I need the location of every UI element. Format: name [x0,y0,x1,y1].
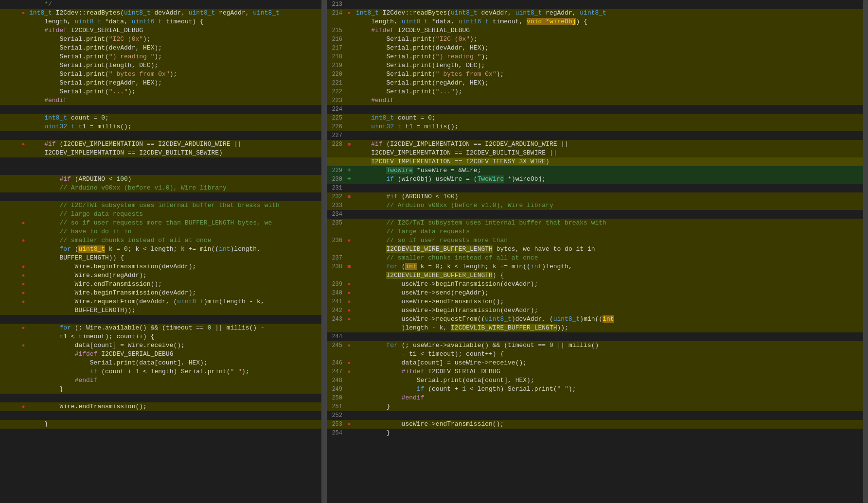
table-row: // have to do it in [0,227,326,236]
table-row: #endif [0,96,326,105]
table-row: 238 ■ for (int k = 0; k < length; k += m… [327,262,868,271]
table-row: 246 ● data[count] = useWire->receive(); [327,359,868,367]
table-row: // large data requests [327,227,868,236]
table-row: 226 uint32_t t1 = millis(); [327,122,868,131]
table-row: 234 [327,210,868,219]
table-row [0,131,326,140]
table-row: 252 [327,411,868,420]
table-row: 236 ● // so if user requests more than [327,236,868,245]
table-row: // large data requests [0,210,326,219]
table-row: 231 [327,184,868,192]
table-row: I2CDEV_IMPLEMENTATION == I2CDEV_BUILTIN_… [327,149,868,157]
table-row: 235 // I2C/TWI subsystem uses internal b… [327,219,868,227]
table-row: BUFFER_LENGTH)) { [0,254,326,262]
table-row: 249 if (count + 1 < length) Serial.print… [327,385,868,394]
left-scrollbar[interactable] [321,0,326,503]
table-row: 250 #endif [327,394,868,402]
table-row: // I2C/TWI subsystem uses internal buffe… [0,201,326,210]
table-row [0,315,326,324]
table-row: // Arduino v00xx (before v1.0), Wire lib… [0,184,326,192]
table-row: 247 ● #ifdef I2CDEV_SERIAL_DEBUG [327,367,868,376]
table-row: 245 ● for (; useWire->available() && (ti… [327,341,868,350]
right-scrollbar-thumb[interactable] [863,0,868,503]
table-row: 218 Serial.print(") reading "); [327,52,868,61]
table-row: 241 ● useWire->endTransmission(); [327,297,868,306]
table-row: I2CDEV_IMPLEMENTATION == I2CDEV_TEENSY_3… [327,157,868,166]
table-row: 244 [327,332,868,341]
table-row: 253 ● useWire->endTransmission(); [327,420,868,429]
table-row: 228 ■ #if (I2CDEV_IMPLEMENTATION == I2CD… [327,140,868,149]
table-row: 213 [327,0,868,9]
table-row: I2CDEVLIB_WIRE_BUFFER_LENGTH) { [327,271,868,280]
table-row: Serial.print("..."); [0,87,326,96]
table-row: 232 ■ #if (ARDUINO < 100) [327,192,868,201]
table-row [0,166,326,175]
table-row: 215 #ifdef I2CDEV_SERIAL_DEBUG [327,26,868,35]
right-code-lines: 213 214 ● int8_t I2Cdev::readBytes(uint8… [327,0,868,437]
table-row: I2CDEV_IMPLEMENTATION == I2CDEV_BUILTIN_… [0,149,326,157]
table-row: Serial.print(devAddr, HEX); [0,44,326,52]
table-row: BUFFER_LENGTH)); [0,306,326,315]
table-row: ● Wire.send(regAddr); [0,271,326,280]
table-row: 254 } [327,429,868,437]
table-row [0,105,326,114]
table-row: 230 + if (wireObj) useWire = (TwoWire *)… [327,175,868,184]
table-row: Serial.print(" bytes from 0x"); [0,70,326,79]
table-row: #endif [0,376,326,385]
table-row: 240 ● useWire->send(regAddr); [327,289,868,297]
table-row: 237 // smaller chunks instead of all at … [327,254,868,262]
table-row: ● int8_t I2Cdev::readBytes(uint8_t devAd… [0,9,326,17]
table-row [0,192,326,201]
table-row: 233 // Arduino v00xx (before v1.0), Wire… [327,201,868,210]
editor-container: */ ● int8_t I2Cdev::readBytes(uint8_t de… [0,0,868,503]
table-row: length, uint8_t *data, uint16_t timeout,… [327,17,868,26]
table-row: 222 Serial.print("..."); [327,87,868,96]
table-row: } [0,420,326,429]
table-row: uint32_t t1 = millis(); [0,122,326,131]
table-row: Serial.print("I2C (0x"); [0,35,326,44]
table-row [0,157,326,166]
table-row: ● Wire.endTransmission(); [0,280,326,289]
table-row: 216 Serial.print("I2C (0x"); [327,35,868,44]
table-row: 248 Serial.print(data[count], HEX); [327,376,868,385]
table-row: #if (ARDUINO < 100) [0,175,326,184]
table-row: ● Wire.beginTransmission(devAddr); [0,289,326,297]
table-row: 224 [327,105,868,114]
table-row: 219 Serial.print(length, DEC); [327,61,868,70]
table-row: ● // so if user requests more than BUFFE… [0,219,326,227]
table-row: for (uint8_t k = 0; k < length; k += min… [0,245,326,254]
table-row: if (count + 1 < length) Serial.print(" "… [0,367,326,376]
left-code-area[interactable]: */ ● int8_t I2Cdev::readBytes(uint8_t de… [0,0,326,503]
table-row: ● for (; Wire.available() && (timeout ==… [0,324,326,332]
table-row: 220 Serial.print(" bytes from 0x"); [327,70,868,79]
left-code-lines: */ ● int8_t I2Cdev::readBytes(uint8_t de… [0,0,326,429]
table-row: ● data[count] = Wire.receive(); [0,341,326,350]
table-row: ● Wire.beginTransmission(devAddr); [0,262,326,271]
table-row: I2CDEVLIB_WIRE_BUFFER_LENGTH bytes, we h… [327,245,868,254]
table-row: 223 #endif [327,96,868,105]
table-row: } [0,385,326,394]
table-row: ● Wire.endTransmission(); [0,402,326,411]
table-row: Serial.print(length, DEC); [0,61,326,70]
table-row: ● #if (I2CDEV_IMPLEMENTATION == I2CDEV_A… [0,140,326,149]
table-row: 221 Serial.print(regAddr, HEX); [327,79,868,87]
table-row [0,394,326,402]
table-row: */ [0,0,326,9]
table-row: int8_t count = 0; [0,114,326,122]
table-row: 227 [327,131,868,140]
table-row: - t1 < timeout); count++) { [327,350,868,359]
right-scrollbar[interactable] [863,0,868,503]
table-row: 242 ● useWire->beginTransmission(devAddr… [327,306,868,315]
table-row: #ifdef I2CDEV_SERIAL_DEBUG [0,350,326,359]
right-code-area[interactable]: 213 214 ● int8_t I2Cdev::readBytes(uint8… [327,0,868,503]
left-scrollbar-thumb[interactable] [321,0,326,503]
table-row: 243 ● useWire->requestFrom((uint8_t)devA… [327,315,868,324]
table-row: Serial.print(") reading "); [0,52,326,61]
table-row: 217 Serial.print(devAddr, HEX); [327,44,868,52]
table-row: 214 ● int8_t I2Cdev::readBytes(uint8_t d… [327,9,868,17]
table-row: 225 int8_t count = 0; [327,114,868,122]
table-row: 239 ● useWire->beginTransmission(devAddr… [327,280,868,289]
table-row: ● Wire.requestFrom(devAddr, (uint8_t)min… [0,297,326,306]
right-pane: 213 214 ● int8_t I2Cdev::readBytes(uint8… [327,0,868,503]
table-row: )length - k, I2CDEVLIB_WIRE_BUFFER_LENGT… [327,324,868,332]
